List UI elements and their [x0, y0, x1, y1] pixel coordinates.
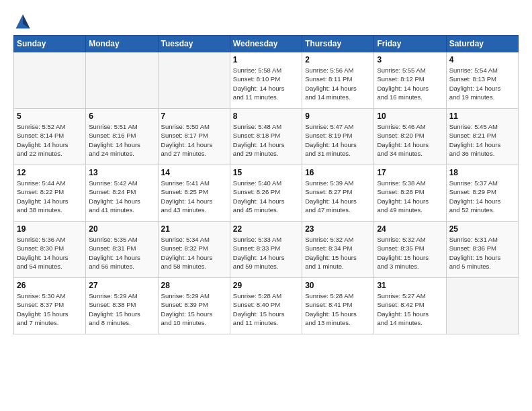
day-header-monday: Monday: [86, 36, 158, 52]
week-row-3: 12Sunrise: 5:44 AM Sunset: 8:22 PM Dayli…: [14, 165, 519, 222]
day-number: 9: [305, 111, 371, 121]
day-info: Sunrise: 5:27 AM Sunset: 8:42 PM Dayligh…: [377, 291, 443, 327]
day-cell: 8Sunrise: 5:48 AM Sunset: 8:18 PM Daylig…: [230, 109, 302, 165]
day-cell: 2Sunrise: 5:56 AM Sunset: 8:11 PM Daylig…: [302, 52, 374, 109]
day-number: 25: [449, 224, 515, 234]
day-cell: 16Sunrise: 5:39 AM Sunset: 8:27 PM Dayli…: [302, 165, 374, 222]
day-number: 15: [233, 168, 299, 177]
day-cell: [158, 52, 230, 109]
day-info: Sunrise: 5:45 AM Sunset: 8:21 PM Dayligh…: [449, 122, 515, 158]
day-number: 22: [233, 224, 299, 234]
day-number: 29: [233, 281, 299, 290]
day-cell: 6Sunrise: 5:51 AM Sunset: 8:16 PM Daylig…: [86, 109, 158, 165]
day-info: Sunrise: 5:37 AM Sunset: 8:29 PM Dayligh…: [449, 179, 515, 214]
day-number: 4: [449, 55, 515, 64]
day-cell: 3Sunrise: 5:55 AM Sunset: 8:12 PM Daylig…: [374, 52, 446, 109]
day-cell: 11Sunrise: 5:45 AM Sunset: 8:21 PM Dayli…: [446, 109, 518, 165]
day-info: Sunrise: 5:41 AM Sunset: 8:25 PM Dayligh…: [161, 179, 227, 214]
day-number: 16: [305, 168, 371, 177]
day-header-tuesday: Tuesday: [158, 36, 230, 52]
day-cell: 5Sunrise: 5:52 AM Sunset: 8:14 PM Daylig…: [14, 109, 86, 165]
day-number: 8: [233, 111, 299, 121]
day-info: Sunrise: 5:54 AM Sunset: 8:13 PM Dayligh…: [449, 66, 515, 101]
day-info: Sunrise: 5:28 AM Sunset: 8:41 PM Dayligh…: [305, 291, 371, 327]
day-info: Sunrise: 5:28 AM Sunset: 8:40 PM Dayligh…: [233, 291, 299, 327]
day-number: 27: [89, 281, 154, 290]
day-cell: 26Sunrise: 5:30 AM Sunset: 8:37 PM Dayli…: [14, 278, 86, 334]
day-number: 23: [305, 224, 371, 234]
day-info: Sunrise: 5:44 AM Sunset: 8:22 PM Dayligh…: [17, 179, 83, 214]
day-info: Sunrise: 5:35 AM Sunset: 8:31 PM Dayligh…: [89, 235, 154, 271]
logo-icon: [13, 12, 32, 31]
day-number: 30: [305, 281, 371, 290]
day-cell: 31Sunrise: 5:27 AM Sunset: 8:42 PM Dayli…: [374, 278, 446, 334]
page: SundayMondayTuesdayWednesdayThursdayFrid…: [0, 0, 532, 411]
day-cell: 9Sunrise: 5:47 AM Sunset: 8:19 PM Daylig…: [302, 109, 374, 165]
day-cell: 17Sunrise: 5:38 AM Sunset: 8:28 PM Dayli…: [374, 165, 446, 222]
day-info: Sunrise: 5:36 AM Sunset: 8:30 PM Dayligh…: [17, 235, 83, 271]
day-cell: 7Sunrise: 5:50 AM Sunset: 8:17 PM Daylig…: [158, 109, 230, 165]
day-number: 6: [89, 111, 154, 121]
day-info: Sunrise: 5:39 AM Sunset: 8:27 PM Dayligh…: [305, 179, 371, 214]
day-info: Sunrise: 5:40 AM Sunset: 8:26 PM Dayligh…: [233, 179, 299, 214]
day-number: 31: [377, 281, 443, 290]
day-cell: 20Sunrise: 5:35 AM Sunset: 8:31 PM Dayli…: [86, 222, 158, 278]
day-number: 18: [449, 168, 515, 177]
day-info: Sunrise: 5:47 AM Sunset: 8:19 PM Dayligh…: [305, 122, 371, 158]
week-row-1: 1Sunrise: 5:58 AM Sunset: 8:10 PM Daylig…: [14, 52, 519, 109]
day-cell: 10Sunrise: 5:46 AM Sunset: 8:20 PM Dayli…: [374, 109, 446, 165]
day-info: Sunrise: 5:56 AM Sunset: 8:11 PM Dayligh…: [305, 66, 371, 101]
day-header-wednesday: Wednesday: [230, 36, 302, 52]
day-header-friday: Friday: [374, 36, 446, 52]
day-number: 2: [305, 55, 371, 64]
day-cell: 14Sunrise: 5:41 AM Sunset: 8:25 PM Dayli…: [158, 165, 230, 222]
day-number: 24: [377, 224, 443, 234]
day-number: 19: [17, 224, 83, 234]
day-info: Sunrise: 5:32 AM Sunset: 8:34 PM Dayligh…: [305, 235, 371, 271]
week-row-5: 26Sunrise: 5:30 AM Sunset: 8:37 PM Dayli…: [14, 278, 519, 334]
header: [13, 12, 519, 31]
day-info: Sunrise: 5:33 AM Sunset: 8:33 PM Dayligh…: [233, 235, 299, 271]
day-info: Sunrise: 5:55 AM Sunset: 8:12 PM Dayligh…: [377, 66, 443, 101]
day-number: 12: [17, 168, 83, 177]
day-number: 1: [233, 55, 299, 64]
day-cell: 1Sunrise: 5:58 AM Sunset: 8:10 PM Daylig…: [230, 52, 302, 109]
day-cell: 15Sunrise: 5:40 AM Sunset: 8:26 PM Dayli…: [230, 165, 302, 222]
day-cell: 12Sunrise: 5:44 AM Sunset: 8:22 PM Dayli…: [14, 165, 86, 222]
day-info: Sunrise: 5:42 AM Sunset: 8:24 PM Dayligh…: [89, 179, 154, 214]
day-number: 17: [377, 168, 443, 177]
day-number: 21: [161, 224, 227, 234]
day-number: 28: [161, 281, 227, 290]
day-number: 20: [89, 224, 154, 234]
day-cell: [86, 52, 158, 109]
day-number: 11: [449, 111, 515, 121]
day-number: 3: [377, 55, 443, 64]
logo: [13, 12, 35, 31]
day-info: Sunrise: 5:58 AM Sunset: 8:10 PM Dayligh…: [233, 66, 299, 101]
day-cell: 13Sunrise: 5:42 AM Sunset: 8:24 PM Dayli…: [86, 165, 158, 222]
day-info: Sunrise: 5:31 AM Sunset: 8:36 PM Dayligh…: [449, 235, 515, 271]
day-header-saturday: Saturday: [446, 36, 518, 52]
day-number: 7: [161, 111, 227, 121]
day-cell: 23Sunrise: 5:32 AM Sunset: 8:34 PM Dayli…: [302, 222, 374, 278]
day-cell: [14, 52, 86, 109]
day-cell: 29Sunrise: 5:28 AM Sunset: 8:40 PM Dayli…: [230, 278, 302, 334]
day-cell: 21Sunrise: 5:34 AM Sunset: 8:32 PM Dayli…: [158, 222, 230, 278]
day-cell: 24Sunrise: 5:32 AM Sunset: 8:35 PM Dayli…: [374, 222, 446, 278]
day-info: Sunrise: 5:51 AM Sunset: 8:16 PM Dayligh…: [89, 122, 154, 158]
day-info: Sunrise: 5:50 AM Sunset: 8:17 PM Dayligh…: [161, 122, 227, 158]
day-cell: [446, 278, 518, 334]
day-header-sunday: Sunday: [14, 36, 86, 52]
day-cell: 19Sunrise: 5:36 AM Sunset: 8:30 PM Dayli…: [14, 222, 86, 278]
day-info: Sunrise: 5:48 AM Sunset: 8:18 PM Dayligh…: [233, 122, 299, 158]
day-cell: 27Sunrise: 5:29 AM Sunset: 8:38 PM Dayli…: [86, 278, 158, 334]
day-info: Sunrise: 5:29 AM Sunset: 8:38 PM Dayligh…: [89, 291, 154, 327]
day-number: 26: [17, 281, 83, 290]
day-info: Sunrise: 5:32 AM Sunset: 8:35 PM Dayligh…: [377, 235, 443, 271]
day-cell: 22Sunrise: 5:33 AM Sunset: 8:33 PM Dayli…: [230, 222, 302, 278]
week-row-4: 19Sunrise: 5:36 AM Sunset: 8:30 PM Dayli…: [14, 222, 519, 278]
day-number: 13: [89, 168, 154, 177]
day-cell: 4Sunrise: 5:54 AM Sunset: 8:13 PM Daylig…: [446, 52, 518, 109]
week-row-2: 5Sunrise: 5:52 AM Sunset: 8:14 PM Daylig…: [14, 109, 519, 165]
day-info: Sunrise: 5:29 AM Sunset: 8:39 PM Dayligh…: [161, 291, 227, 327]
